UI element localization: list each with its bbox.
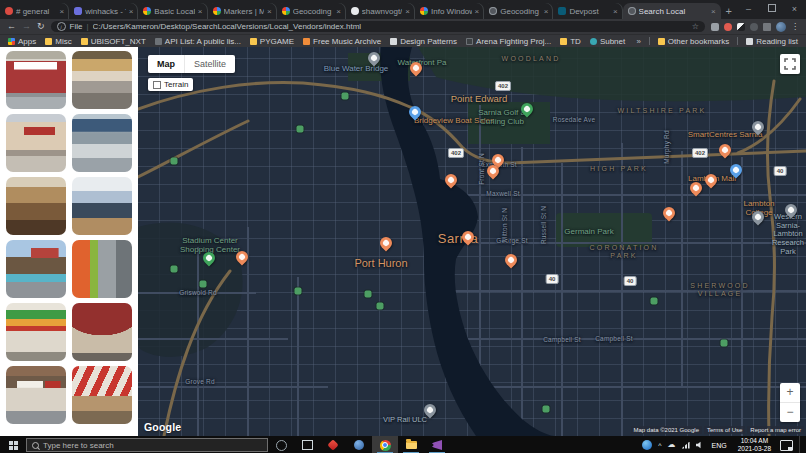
bookmark-item[interactable]: Arena Fighting Proj... <box>466 37 551 46</box>
red-diamond-app-button[interactable] <box>320 436 346 453</box>
photo-kitchen-interior-orange[interactable] <box>72 240 132 298</box>
browser-tab[interactable]: Devpost× <box>553 3 622 19</box>
extension-icon-2[interactable] <box>724 23 732 31</box>
tab-close-icon[interactable]: × <box>475 7 480 16</box>
tray-app-icon[interactable] <box>642 440 652 450</box>
tab-label: Markers | Maps Ja <box>224 7 265 16</box>
onedrive-cloud-icon[interactable]: ☁ <box>668 441 676 449</box>
back-icon[interactable]: ← <box>7 22 16 31</box>
map-label: SHERWOOD VILLAGE <box>690 282 749 298</box>
chrome-button[interactable] <box>372 436 398 453</box>
bookmark-item[interactable]: TD <box>560 37 581 46</box>
tab-close-icon[interactable]: × <box>198 7 203 16</box>
bookmark-item[interactable]: PYGAME <box>250 37 294 46</box>
browser-tab[interactable]: Search Local× <box>623 3 721 19</box>
other-bookmarks-button[interactable]: Other bookmarks <box>658 37 729 46</box>
extension-icon-1[interactable] <box>711 23 719 31</box>
tab-close-icon[interactable]: × <box>613 7 618 16</box>
tab-close-icon[interactable]: × <box>711 7 716 16</box>
google-map[interactable]: Blue Water BridgeWaterfront PaWOODLANDPo… <box>138 47 806 436</box>
minimize-button[interactable]: – <box>737 0 760 19</box>
bookmark-item[interactable]: UBISOFT_NXT <box>81 37 146 46</box>
address-bar[interactable]: i File | C:/Users/Kameron/Desktop/Search… <box>51 21 705 32</box>
report-map-error-link[interactable]: Report a map error <box>747 426 804 434</box>
extensions-puzzle-icon[interactable] <box>750 23 758 31</box>
photo-beige-building-red-sign[interactable] <box>6 114 66 172</box>
bookmark-item[interactable]: Free Music Archive <box>303 37 381 46</box>
browser-tab[interactable]: # general× <box>0 3 69 19</box>
tray-expand-icon[interactable]: ^ <box>658 442 661 449</box>
photo-diner-patio[interactable] <box>72 51 132 109</box>
chrome-menu-icon[interactable]: ⋮ <box>791 22 799 31</box>
taskbar-clock[interactable]: 10:04 AM 2021-03-28 <box>735 437 774 453</box>
photo-striped-canopy-patio[interactable] <box>72 366 132 424</box>
page-info-icon[interactable]: i <box>57 22 66 31</box>
profile-avatar[interactable] <box>776 22 786 32</box>
photo-restaurant-interior-warm[interactable] <box>6 177 66 235</box>
bookmark-item[interactable]: Design Patterns <box>390 37 457 46</box>
bookmark-item[interactable]: Subnet Mask Cheat... <box>590 37 628 46</box>
extension-icon-5[interactable] <box>763 23 771 31</box>
photo-storefront-under-bridge[interactable] <box>72 114 132 172</box>
photo-bar-interior[interactable] <box>72 177 132 235</box>
browser-tab[interactable]: Info Windows | M× <box>415 3 484 19</box>
tab-close-icon[interactable]: × <box>267 7 272 16</box>
extension-icon-3[interactable] <box>737 23 745 31</box>
blue-app-button[interactable] <box>346 436 372 453</box>
start-button[interactable] <box>0 436 26 453</box>
file-explorer-button[interactable] <box>398 436 424 453</box>
pin-icon <box>422 402 439 419</box>
photo-nicks-red-awning-storefront[interactable] <box>72 303 132 361</box>
browser-tab[interactable]: Geocoding Service× <box>484 3 553 19</box>
forward-icon[interactable]: → <box>22 22 31 31</box>
visual-studio-button[interactable] <box>424 436 450 453</box>
url-text[interactable]: C:/Users/Kameron/Desktop/SearchLocalVers… <box>93 22 688 31</box>
browser-tab[interactable]: shawnvogt/Search× <box>346 3 415 19</box>
devpost-favicon-icon <box>558 7 566 15</box>
browser-tab[interactable]: Markers | Maps Ja× <box>208 3 277 19</box>
tab-close-icon[interactable]: × <box>129 7 134 16</box>
browser-tab[interactable]: Basic LocalContext× <box>138 3 207 19</box>
show-desktop-button[interactable] <box>799 436 803 453</box>
tab-close-icon[interactable]: × <box>405 7 410 16</box>
bookmark-label: Misc <box>55 37 71 46</box>
photo-red-storefront-restaurant[interactable] <box>6 51 66 109</box>
bookmark-item[interactable]: Apps <box>8 37 36 46</box>
terrain-checkbox[interactable] <box>153 81 161 89</box>
browser-tab[interactable]: winhacks - Tex× <box>69 3 138 19</box>
taskbar-search-input[interactable]: Type here to search <box>26 438 268 452</box>
pin-icon <box>378 235 395 252</box>
network-icon[interactable] <box>682 442 690 449</box>
zoom-in-button[interactable]: + <box>780 383 800 402</box>
close-button[interactable]: × <box>783 0 806 19</box>
action-center-icon[interactable] <box>780 440 793 451</box>
photo-shokas-pizza-storefront[interactable] <box>6 366 66 424</box>
tab-close-icon[interactable]: × <box>60 7 65 16</box>
browser-tab[interactable]: Geocoding Service× <box>277 3 346 19</box>
terrain-toggle[interactable]: Terrain <box>148 78 193 91</box>
language-indicator[interactable]: ENG <box>710 442 729 449</box>
reload-icon[interactable]: ↻ <box>37 22 45 31</box>
tab-close-icon[interactable]: × <box>336 7 341 16</box>
maps-favicon-icon <box>282 7 290 15</box>
new-tab-button[interactable]: + <box>721 3 737 19</box>
map-label: Blue Water Bridge <box>324 64 389 73</box>
map-type-map-button[interactable]: Map <box>148 55 185 73</box>
bookmarks-overflow-icon[interactable]: » <box>636 37 640 46</box>
tab-close-icon[interactable]: × <box>544 7 549 16</box>
reading-list-button[interactable]: Reading list <box>746 37 798 46</box>
map-label: Russell St N <box>540 206 547 244</box>
cortana-button[interactable] <box>268 436 294 453</box>
photo-reggaes-storefront[interactable] <box>6 303 66 361</box>
volume-icon[interactable] <box>696 441 704 449</box>
bookmark-star-icon[interactable]: ☆ <box>692 22 699 31</box>
terms-of-use-link[interactable]: Terms of Use <box>704 426 745 434</box>
photo-country-diner-exterior[interactable] <box>6 240 66 298</box>
bookmark-item[interactable]: Misc <box>45 37 71 46</box>
zoom-out-button[interactable]: − <box>780 403 800 422</box>
task-view-button[interactable] <box>294 436 320 453</box>
bookmark-item[interactable]: API List: A public lis... <box>155 37 241 46</box>
fullscreen-button[interactable] <box>780 54 800 74</box>
maximize-button[interactable] <box>760 0 783 19</box>
map-type-satellite-button[interactable]: Satellite <box>185 55 235 73</box>
